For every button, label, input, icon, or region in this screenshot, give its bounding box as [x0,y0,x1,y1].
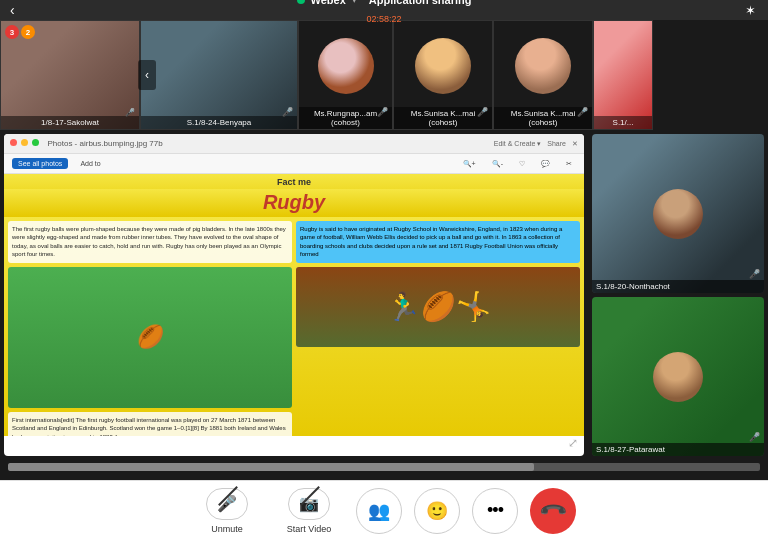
webex-status-dot [297,0,305,4]
unmute-label: Unmute [211,524,243,534]
participant-label: 1/8-17-Sakolwat [1,116,139,129]
top-bar: ‹ Webex ▾ Application sharing 02:58:22 ✶ [0,0,768,20]
unmute-button[interactable]: 🎤 Unmute [192,488,262,534]
participant-tile-ms-sunisa-1[interactable]: Ms.Sunisa K...mai (cohost) 🎤 [393,20,493,130]
side-tile-label-2: S.1/8-27-Patarawat [592,443,764,456]
heart-btn[interactable]: ♡ [515,158,529,170]
side-tile-nonthachot[interactable]: S.1/8-20-Nonthachot 🎤 [592,134,764,293]
rugby-text-box-3: First internationals[edit] The first rug… [8,412,292,436]
rugby-title: Rugby [4,189,584,217]
maximize-btn[interactable] [32,139,39,146]
participant-label: S.1/... [594,116,652,129]
participant-tile-sakolwat[interactable]: 3 2 1/8-17-Sakolwat 🎤 [0,20,140,130]
bluetooth-icon: ✶ [745,3,756,18]
all-photos-btn[interactable]: See all photos [12,158,68,169]
progress-fill [8,463,534,471]
rugby-text-box-2: Rugby is said to have originated at Rugb… [296,221,580,263]
mute-icon: 🎤 [377,107,388,117]
chrome-actions: Edit & Create ▾ Share ✕ [494,140,578,148]
side-tile-patarawat[interactable]: S.1/8-27-Patarawat 🎤 [592,297,764,456]
side-tile-camera-1 [592,134,764,293]
rugby-text-box-1: The first rugby balls were plum-shaped b… [8,221,292,263]
end-call-icon: 📞 [537,495,568,526]
app-sharing-title: Application sharing [369,0,472,6]
side-panel: S.1/8-20-Nonthachot 🎤 S.1/8-27-Patarawat… [588,130,768,460]
window-controls[interactable] [10,139,41,148]
share-progress-bar[interactable] [8,463,760,471]
close-btn[interactable] [10,139,17,146]
share-progress-area [0,460,768,474]
participant-tile-ms-rungnap[interactable]: Ms.Rungnap...am (cohost) 🎤 [298,20,393,130]
app-toolbar: See all photos Add to 🔍+ 🔍- ♡ 💬 ✂ [4,154,584,174]
emoji-icon: 🙂 [426,500,448,522]
app-chrome: Photos - airbus.bumping.jpg 77b Edit & C… [4,134,584,154]
share-btn[interactable]: Share [547,140,566,147]
fact-me-label: Fact me [277,177,311,187]
mute-icon: 🎤 [282,107,293,117]
bottom-bar: 🎤 Unmute 📷 Start Video 👥 🙂 ••• 📞 [0,480,768,540]
document-content: Fact me Rugby The first rugby balls were… [4,174,584,436]
crop-btn[interactable]: ✂ [562,158,576,170]
notification-dot-orange: 2 [21,25,35,39]
more-icon: ••• [487,500,503,521]
back-button[interactable]: ‹ [10,2,15,18]
side-mute-icon-1: 🎤 [749,269,760,279]
doc-right-column: Rugby is said to have originated at Rugb… [296,221,580,436]
participant-tile-ms-sunisa-2[interactable]: Ms.Sunisa K...mai (cohost) 🎤 [493,20,593,130]
mute-icon: 🎤 [125,108,135,117]
webex-chevron-icon[interactable]: ▾ [352,0,357,5]
react-button[interactable]: 🙂 [414,488,460,534]
notification-dot-red: 3 [5,25,19,39]
edit-create-btn[interactable]: Edit & Create ▾ [494,140,542,148]
more-button[interactable]: ••• [472,488,518,534]
rugby-action-image: 🏃‍♂️🏉🤸 [296,267,580,347]
participant-tile-benyapa[interactable]: S.1/8-24-Benyapa 🎤 [140,20,298,130]
doc-left-column: The first rugby balls were plum-shaped b… [8,221,292,436]
main-area: Photos - airbus.bumping.jpg 77b Edit & C… [0,130,768,460]
expand-icon[interactable]: ⤢ [568,436,578,450]
comment-btn[interactable]: 💬 [537,158,554,170]
side-tile-label-1: S.1/8-20-Nonthachot [592,280,764,293]
participants-button[interactable]: 👥 [356,488,402,534]
window-close-icon[interactable]: ✕ [572,140,578,148]
participant-label: S.1/8-24-Benyapa [141,116,297,129]
start-video-button[interactable]: 📷 Start Video [274,488,344,534]
mute-icon: 🎤 [477,107,488,117]
zoom-in-btn[interactable]: 🔍+ [459,158,480,170]
end-call-button[interactable]: 📞 [530,488,576,534]
strip-prev-arrow[interactable]: ‹ [138,60,156,90]
shared-screen: Photos - airbus.bumping.jpg 77b Edit & C… [4,134,584,456]
mute-icon: 🎤 [577,107,588,117]
webex-label[interactable]: Webex [311,0,346,6]
call-timer: 02:58:22 [366,14,401,24]
add-to-btn[interactable]: Add to [76,158,104,169]
side-tile-camera-2 [592,297,764,456]
zoom-out-btn[interactable]: 🔍- [488,158,507,170]
rugby-grass-image: 🏉 [8,267,292,408]
participant-strip: 3 2 1/8-17-Sakolwat 🎤 ‹ S.1/8-24-Benyapa… [0,20,768,130]
participant-tile-s1[interactable]: S.1/... [593,20,653,130]
doc-main: The first rugby balls were plum-shaped b… [4,217,584,436]
participants-icon: 👥 [368,500,390,522]
start-video-label: Start Video [287,524,331,534]
window-title: Photos - airbus.bumping.jpg 77b [47,139,493,148]
minimize-btn[interactable] [21,139,28,146]
rugby-header: Fact me Rugby [4,174,584,217]
side-mute-icon-2: 🎤 [749,432,760,442]
